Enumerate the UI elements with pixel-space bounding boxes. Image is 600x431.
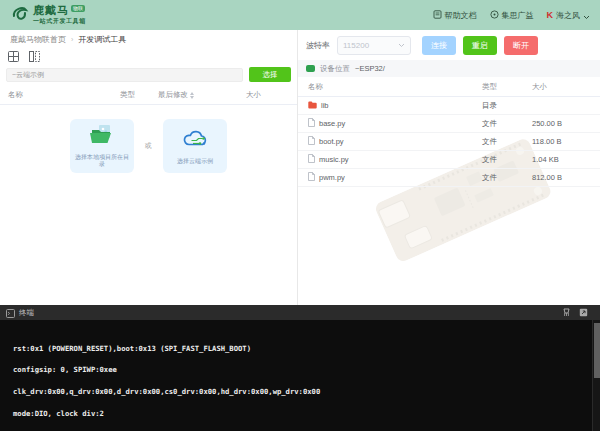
terminal-line: mode:DIO, clock div:2 <box>13 410 590 417</box>
device-files-panel: 波特率 115200 连接 重启 断开 设备位置 ~ESP32/ 名称 类型 <box>298 30 600 305</box>
select-local-directory-card[interactable]: 选择本地项目所在目录 <box>70 119 134 173</box>
logo-swirl-icon <box>10 3 30 27</box>
main-area: 鹿戴马物联首页 › 开发调试工具 选择 名称 类型 最后修 <box>0 30 600 305</box>
or-text: 或 <box>145 141 152 151</box>
breadcrumb-current: 开发调试工具 <box>78 34 126 45</box>
brand-tagline: 一站式开发工具箱 <box>33 17 86 26</box>
file-icon <box>308 136 315 147</box>
local-table-header: 名称 类型 最后修改 大小 <box>0 85 297 105</box>
select-path-button[interactable]: 选择 <box>249 67 291 82</box>
column-modified: 最后修改 <box>158 90 246 100</box>
device-location-label: 设备位置 <box>320 64 350 74</box>
grid-view-icon[interactable] <box>8 51 19 62</box>
column-type: 类型 <box>482 82 532 92</box>
terminal-line: clk_drv:0x00,q_drv:0x00,d_drv:0x00,cs0_d… <box>13 388 590 395</box>
view-toggle-group <box>0 47 297 64</box>
chevron-down-icon <box>583 6 590 24</box>
device-chip-icon <box>306 65 315 72</box>
terminal-output[interactable]: rst:0x1 (POWERON_RESET),boot:0x13 (SPI_F… <box>0 320 600 431</box>
sort-toggle-icon[interactable] <box>190 92 194 99</box>
device-table-header: 名称 类型 大小 <box>298 77 600 97</box>
open-window-icon[interactable] <box>579 308 588 317</box>
app-window: 鹿戴马 物联 一站式开发工具箱 帮助文档 集思广益 K 海之风 <box>0 0 600 431</box>
column-view-icon[interactable] <box>29 51 40 62</box>
app-header: 鹿戴马 物联 一站式开发工具箱 帮助文档 集思广益 K 海之风 <box>0 0 600 30</box>
header-nav: 帮助文档 集思广益 K 海之风 <box>433 6 591 24</box>
file-icon <box>308 118 315 129</box>
document-icon <box>433 10 442 21</box>
app-logo[interactable]: 鹿戴马 物联 一站式开发工具箱 <box>10 3 86 27</box>
table-row-music-py[interactable]: music.py 文件 1.04 KB <box>298 151 600 169</box>
scrollbar-thumb[interactable] <box>594 323 600 378</box>
chevron-down-icon <box>398 41 405 50</box>
user-name: 海之风 <box>556 10 580 21</box>
brand-text: 鹿戴马 物联 一站式开发工具箱 <box>33 5 86 26</box>
cloud-circuit-icon <box>182 128 209 153</box>
table-row-boot-py[interactable]: boot.py 文件 118.00 B <box>298 133 600 151</box>
project-path-input[interactable] <box>6 68 243 82</box>
terminal-scrollbar[interactable] <box>592 320 600 431</box>
terminal-title: 终端 <box>19 308 34 318</box>
table-row-pwm-py[interactable]: pwm.py 文件 812.00 B <box>298 169 600 187</box>
serial-toolbar: 波特率 115200 连接 重启 断开 <box>298 30 600 60</box>
terminal-panel: 终端 rst:0x1 (POWERON_RESET),boot:0x13 (SP… <box>0 305 600 431</box>
terminal-line: configsip: 0, SPIWP:0xee <box>13 366 590 373</box>
device-location-path: ~ESP32/ <box>355 64 385 73</box>
local-files-panel: 鹿戴马物联首页 › 开发调试工具 选择 名称 类型 最后修 <box>0 30 298 305</box>
column-type: 类型 <box>120 90 158 100</box>
file-icon <box>308 172 315 183</box>
clear-terminal-icon[interactable] <box>562 308 571 317</box>
breadcrumb: 鹿戴马物联首页 › 开发调试工具 <box>0 30 297 47</box>
table-row-base-py[interactable]: base.py 文件 250.00 B <box>298 115 600 133</box>
breadcrumb-home[interactable]: 鹿戴马物联首页 <box>10 34 66 45</box>
help-docs-link[interactable]: 帮助文档 <box>433 10 477 21</box>
column-size: 大小 <box>246 90 289 100</box>
user-avatar: K <box>547 10 554 20</box>
source-choice-cards: 选择本地项目所在目录 或 选择云端示例 <box>0 105 297 173</box>
terminal-header: 终端 <box>0 305 600 320</box>
column-name: 名称 <box>8 90 120 100</box>
user-menu[interactable]: K 海之风 <box>547 6 591 24</box>
select-cloud-example-card[interactable]: 选择云端示例 <box>163 119 227 173</box>
restart-button[interactable]: 重启 <box>463 36 497 55</box>
device-location-bar: 设备位置 ~ESP32/ <box>298 60 600 77</box>
column-name: 名称 <box>308 82 482 92</box>
disconnect-button[interactable]: 断开 <box>504 36 538 55</box>
brand-badge: 物联 <box>71 5 85 12</box>
folder-icon <box>308 101 317 111</box>
card-label: 选择云端示例 <box>174 158 216 165</box>
card-label: 选择本地项目所在目录 <box>70 154 134 168</box>
terminal-line: rst:0x1 (POWERON_RESET),boot:0x13 (SPI_F… <box>13 345 590 352</box>
path-selector-row: 选择 <box>0 64 297 85</box>
open-folder-icon <box>89 124 116 149</box>
column-size: 大小 <box>532 82 590 92</box>
file-icon <box>308 154 315 165</box>
terminal-actions <box>562 308 594 317</box>
connect-button[interactable]: 连接 <box>422 36 456 55</box>
terminal-icon <box>6 304 15 322</box>
feedback-link[interactable]: 集思广益 <box>490 10 534 21</box>
table-row-lib[interactable]: lib 目录 <box>298 97 600 115</box>
brand-name: 鹿戴马 <box>33 5 69 16</box>
breadcrumb-separator: › <box>71 36 73 43</box>
baud-rate-select[interactable]: 115200 <box>337 36 411 55</box>
baud-rate-label: 波特率 <box>306 40 330 51</box>
idea-chat-icon <box>490 10 499 21</box>
